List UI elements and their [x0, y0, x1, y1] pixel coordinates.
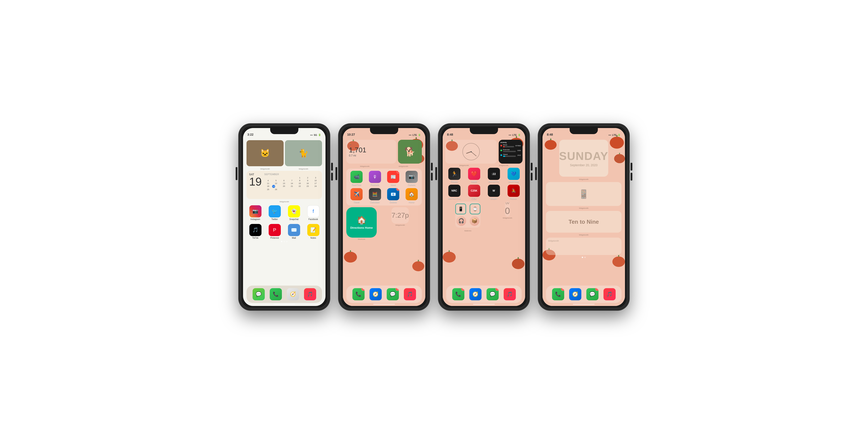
outlook-wrapper[interactable]: 📧 38 Outlook: [385, 188, 401, 203]
dock4-safari[interactable]: 🧭: [569, 288, 581, 300]
notes-wrapper[interactable]: 📝 Notes: [307, 224, 319, 239]
facetime-icon[interactable]: 📹: [350, 171, 363, 183]
nrc-icon[interactable]: NRC: [448, 185, 461, 197]
dock4-safari-icon[interactable]: 🧭: [569, 288, 581, 300]
directions-widget[interactable]: 🏠 Directions Home: [346, 207, 377, 238]
calculator-icon[interactable]: 🧮: [369, 188, 381, 200]
dock-music-icon[interactable]: 🎵: [304, 288, 316, 300]
dog-photo-widget[interactable]: 🐕: [398, 140, 422, 164]
wodify-icon[interactable]: W: [488, 185, 500, 197]
dock-phone[interactable]: 📞: [270, 288, 282, 300]
dock2-phone-icon[interactable]: 📞 39: [352, 288, 365, 300]
dock-phone-icon[interactable]: 📞: [270, 288, 282, 300]
pinterest-label: Pinterest: [270, 237, 279, 239]
pinterest-icon[interactable]: P: [269, 224, 281, 236]
dock4-phone[interactable]: 📞 39: [552, 288, 564, 300]
clock-widget-2[interactable]: 7:27p: [392, 207, 409, 223]
health-app-wrapper[interactable]: ❤️ Health: [465, 168, 483, 183]
home-icon[interactable]: 🏠: [406, 188, 418, 200]
dock3-messages[interactable]: 💬 11: [487, 288, 499, 300]
calendar-widget[interactable]: SAT 19 SEPTEMBER 123 45678910 1112131415…: [247, 171, 322, 199]
wodify-wrapper[interactable]: W Wodify: [485, 185, 503, 200]
tiktok-icon[interactable]: 🎵: [249, 224, 261, 236]
dock2-safari-icon[interactable]: 🧭: [370, 288, 382, 300]
mail-wrapper[interactable]: ✉️ Mail: [288, 224, 300, 239]
c25k-wrapper[interactable]: C25K C25K: [465, 185, 483, 200]
facebook-icon[interactable]: f: [307, 205, 319, 217]
home-wrapper[interactable]: 🏠 Home: [404, 188, 420, 203]
dock3-messages-icon[interactable]: 💬 11: [487, 288, 499, 300]
notes-icon[interactable]: 📝: [307, 224, 319, 236]
fitness-icon[interactable]: 🏃: [448, 168, 461, 180]
mail-icon[interactable]: ✉️: [288, 224, 300, 236]
c25k-icon[interactable]: C25K: [468, 185, 480, 197]
dock3-safari[interactable]: 🧭: [469, 288, 482, 300]
dock4-music[interactable]: 🎵: [603, 288, 616, 300]
dock3-phone[interactable]: 📞 39: [452, 288, 464, 300]
dock2-music[interactable]: 🎵: [404, 288, 416, 300]
pinterest-wrapper[interactable]: P Pinterest: [269, 224, 281, 239]
snapchat-wrapper[interactable]: 👻 Snapchat: [288, 205, 300, 220]
calculator-wrapper[interactable]: 🧮 Calculator: [367, 188, 383, 203]
dock-compass[interactable]: 🧭: [287, 288, 299, 300]
travel-wrapper[interactable]: ✈️ Travel: [348, 188, 365, 203]
podcasts-wrapper[interactable]: 🎙 Podcasts: [367, 171, 383, 186]
outlook-icon[interactable]: 📧 38: [387, 188, 399, 200]
p4-app-widget[interactable]: 📱: [546, 182, 621, 206]
news-wrapper[interactable]: 📰 9 News: [385, 171, 401, 186]
tiktok-wrapper[interactable]: 🎵 TikTok: [249, 224, 261, 239]
activity-widget[interactable]: Activity Move 67/500: [499, 140, 523, 164]
fitness-app-wrapper[interactable]: 🏃 Fitness: [445, 168, 463, 183]
facebook-wrapper[interactable]: f Facebook: [307, 205, 319, 220]
travel-icon[interactable]: ✈️: [350, 188, 363, 200]
cat-photo-1[interactable]: 🐱: [247, 140, 284, 166]
podcasts-icon[interactable]: 🎙: [369, 171, 381, 183]
healthmate-wrapper[interactable]: 💙 Health Mate: [504, 168, 523, 183]
dock2-messages-icon[interactable]: 💬 13: [387, 288, 399, 300]
dock2-safari[interactable]: 🧭: [370, 288, 382, 300]
p4-bottom-widget[interactable]: Widgetsmith: [546, 238, 621, 255]
twitter-wrapper[interactable]: 🐦 Twitter: [269, 205, 281, 220]
dock4-messages[interactable]: 💬 11: [586, 288, 598, 300]
dock4-music-icon[interactable]: 🎵: [603, 288, 616, 300]
exercise-value: 0/30: [517, 150, 521, 152]
dock3-phone-icon[interactable]: 📞 39: [452, 288, 464, 300]
dock3-music[interactable]: 🎵: [504, 288, 516, 300]
fitness-widget-2[interactable]: 🚶 1,701 0.7 mi: [346, 140, 396, 164]
dock-messages-icon[interactable]: 💬: [253, 288, 265, 300]
nrc-wrapper[interactable]: NRC Nike Run Club: [445, 185, 463, 200]
instagram-icon[interactable]: 📷: [249, 205, 261, 217]
dock-messages[interactable]: 💬: [253, 288, 265, 300]
camera-icon[interactable]: 📷: [406, 171, 418, 183]
intervals-icon[interactable]: :22: [488, 168, 500, 180]
batteries-widget[interactable]: 📱 ⌚ 🎧 📦: [455, 202, 480, 228]
news-icon[interactable]: 📰 9: [387, 171, 399, 183]
healthmate-icon[interactable]: 💙: [507, 168, 520, 180]
intervals-wrapper[interactable]: :22 Intervals Pro: [485, 168, 503, 183]
peloton-icon[interactable]: 🚴: [507, 185, 520, 197]
dot-3: [286, 241, 287, 242]
instagram-wrapper[interactable]: 📷 Instagram: [249, 205, 261, 220]
snapchat-icon[interactable]: 👻: [288, 205, 300, 217]
peloton-wrapper[interactable]: 🚴 Peloton: [504, 185, 523, 200]
health-icon[interactable]: ❤️: [468, 168, 480, 180]
dock4-messages-icon[interactable]: 💬 11: [586, 288, 598, 300]
clock-widget-3[interactable]: [445, 140, 497, 164]
dock-music[interactable]: 🎵: [304, 288, 316, 300]
day-widget[interactable]: SUNDAY September 20, 2020: [559, 140, 609, 177]
dock2-messages[interactable]: 💬 13: [387, 288, 399, 300]
twitter-icon[interactable]: 🐦: [269, 205, 281, 217]
directions-wrapper[interactable]: 🏠 Directions Home Shortcuts: [346, 207, 377, 240]
uv-widget[interactable]: UV 0: [505, 202, 510, 217]
dock2-music-icon[interactable]: 🎵: [404, 288, 416, 300]
facetime-wrapper[interactable]: 📹 FaceTime: [348, 171, 365, 186]
ten-widget[interactable]: Ten to Nine: [546, 211, 621, 232]
mail-label: Mail: [292, 237, 296, 239]
dock-compass-icon[interactable]: 🧭: [287, 288, 299, 300]
dock4-phone-icon[interactable]: 📞 39: [552, 288, 564, 300]
camera-wrapper[interactable]: 📷 Camera: [404, 171, 420, 186]
dock3-safari-icon[interactable]: 🧭: [469, 288, 482, 300]
dock3-music-icon[interactable]: 🎵: [504, 288, 516, 300]
dock2-phone[interactable]: 📞 39: [352, 288, 365, 300]
cat-photo-2[interactable]: 🐈: [285, 140, 322, 166]
